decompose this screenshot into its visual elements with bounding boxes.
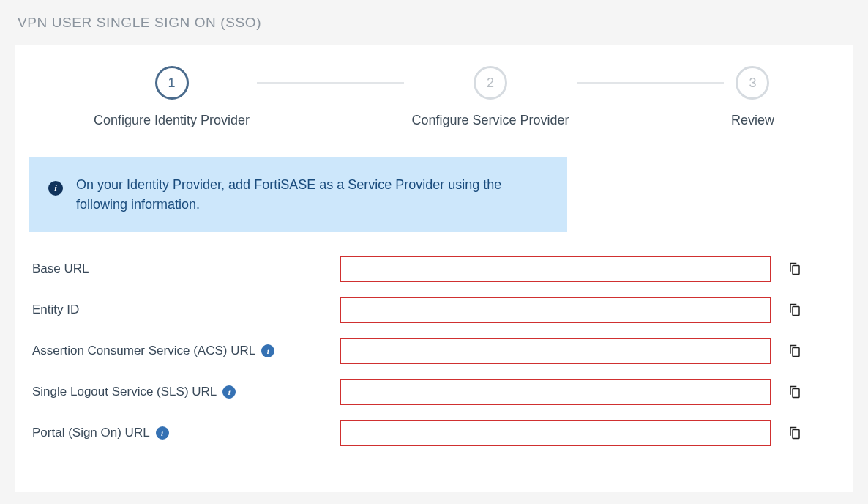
field-label: Single Logout Service (SLS) URLi [32,385,340,399]
field-label-text: Assertion Consumer Service (ACS) URL [32,344,255,358]
info-alert-text: On your Identity Provider, add FortiSASE… [76,175,548,215]
copy-icon[interactable] [786,424,804,442]
step-configure-identity-provider[interactable]: 1 Configure Identity Provider [94,66,250,128]
wizard-stepper: 1 Configure Identity Provider 2 Configur… [86,66,782,128]
field-label-text: Entity ID [32,303,79,317]
step-number: 2 [474,66,507,100]
step-configure-service-provider[interactable]: 2 Configure Service Provider [411,66,569,128]
form-row: Portal (Sign On) URLi [29,420,839,446]
field-label: Base URL [32,262,340,276]
field-label-text: Single Logout Service (SLS) URL [32,385,217,399]
copy-icon[interactable] [786,342,804,360]
field-label: Assertion Consumer Service (ACS) URLi [32,344,340,358]
field-input[interactable] [340,256,771,282]
form-row: Entity ID [29,297,839,323]
field-input[interactable] [340,338,771,364]
field-input[interactable] [340,420,771,446]
step-number: 3 [736,66,769,100]
form-row: Single Logout Service (SLS) URLi [29,379,839,405]
form-row: Assertion Consumer Service (ACS) URLi [29,338,839,364]
info-icon[interactable]: i [156,426,169,440]
step-label: Configure Identity Provider [94,113,250,128]
step-label: Configure Service Provider [411,113,569,128]
step-connector [577,82,724,84]
info-icon[interactable]: i [222,385,236,399]
field-label-text: Portal (Sign On) URL [32,426,150,440]
page-title: VPN USER SINGLE SIGN ON (SSO) [1,1,867,38]
copy-icon[interactable] [786,301,804,319]
copy-icon[interactable] [786,260,804,278]
copy-icon[interactable] [786,383,804,401]
outer-panel: VPN USER SINGLE SIGN ON (SSO) 1 Configur… [1,1,867,503]
field-input[interactable] [340,297,771,323]
step-label: Review [731,113,774,128]
step-review[interactable]: 3 Review [731,66,774,128]
field-input[interactable] [340,379,771,405]
step-number: 1 [155,66,189,100]
step-connector [257,82,404,84]
field-label-text: Base URL [32,262,89,276]
info-icon: i [48,181,63,196]
inner-panel: 1 Configure Identity Provider 2 Configur… [15,45,853,492]
form-row: Base URL [29,256,839,282]
info-icon[interactable]: i [261,344,274,357]
field-label: Portal (Sign On) URLi [32,426,340,440]
field-label: Entity ID [32,303,340,317]
info-alert: i On your Identity Provider, add FortiSA… [29,158,567,232]
